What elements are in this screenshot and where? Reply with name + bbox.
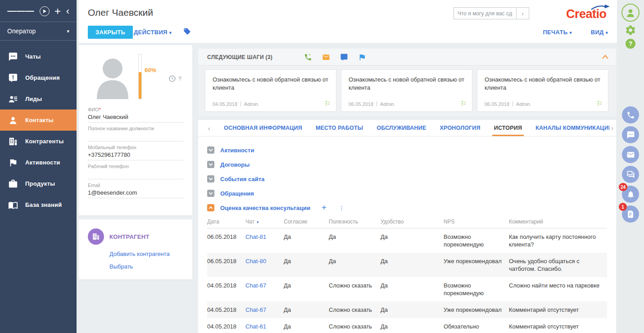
add-call-icon[interactable]	[304, 53, 312, 61]
column-header-0[interactable]: Дата	[207, 216, 245, 228]
view-dropdown[interactable]: ВИД▾	[591, 29, 608, 36]
table-row[interactable]: 04.05.2018Chat-61ДаСложно сказатьДаОбяза…	[207, 318, 607, 333]
cell-comment: Комментарий отсутствует	[509, 301, 607, 318]
tab-channels[interactable]: КАНАЛЫ КОММУНИКАЦИИ	[535, 120, 612, 136]
section-title[interactable]: Оценка качества консультации	[220, 205, 310, 211]
collapse-next-steps-icon[interactable]	[602, 54, 609, 59]
column-header-5[interactable]: NPS	[444, 216, 509, 228]
cell-convenience: Да	[381, 253, 444, 277]
table-row[interactable]: 06.05.2018Chat-81ДаДаДаВозможно порекоме…	[207, 228, 607, 253]
tab-job[interactable]: МЕСТО РАБОТЫ	[316, 120, 363, 136]
tabs-scroll-right-icon[interactable]: ›	[609, 124, 613, 132]
consultation-quality-table: ДатаЧат▾СогласиеПолезностьУдобствоNPSКом…	[207, 216, 607, 333]
flag-outline-icon[interactable]: ⚐	[461, 100, 467, 108]
search-submit-icon[interactable]: ›	[516, 8, 529, 19]
sidebar-item-contacts[interactable]: Контакты	[0, 109, 77, 131]
settings-gear-icon[interactable]	[625, 24, 636, 36]
close-button[interactable]: ЗАКРЫТЬ	[88, 26, 133, 39]
tab-service[interactable]: ОБСЛУЖИВАНИЕ	[376, 120, 426, 136]
tab-general[interactable]: ОСНОВНАЯ ИНФОРМАЦИЯ	[224, 120, 302, 136]
column-header-3[interactable]: Полезность	[329, 216, 381, 228]
next-step-text: Ознакомьтесь с новой обратной связью от …	[485, 76, 601, 92]
column-header-2[interactable]: Согласие	[284, 216, 329, 228]
sidebar-item-accounts[interactable]: Контрагенты	[0, 131, 77, 152]
field-value[interactable]: +375296177780	[88, 150, 183, 160]
expand-section-icon[interactable]	[207, 146, 214, 154]
search-input[interactable]	[454, 8, 516, 19]
rail-button-process-tasks[interactable]: 1	[622, 205, 639, 223]
column-header-1[interactable]: Чат▾	[245, 216, 284, 228]
sidebar-item-products[interactable]: Продукты	[0, 173, 77, 194]
tab-timeline[interactable]: ХРОНОЛОГИЯ	[440, 120, 480, 136]
add-message-icon[interactable]	[340, 53, 348, 61]
section-title[interactable]: Обращения	[220, 190, 254, 197]
expand-section-icon[interactable]	[207, 161, 214, 168]
tag-icon[interactable]	[183, 27, 191, 35]
column-header-4[interactable]: Удобство	[381, 216, 444, 228]
cell-chat-link[interactable]: Chat-67	[245, 277, 284, 301]
sidebar-item-leads[interactable]: Лиды	[0, 88, 77, 109]
select-account-link[interactable]: Выбрать	[109, 263, 183, 270]
sidebar-item-chats[interactable]: Чаты	[0, 46, 77, 67]
table-row[interactable]: 04.05.2018Chat-67ДаСложно сказатьДаУже п…	[207, 301, 607, 318]
section-title[interactable]: Активности	[220, 147, 254, 154]
app-root: + ‹ Оператор ▾ ЧатыОбращенияЛидыКонтакты…	[0, 0, 644, 333]
field-value[interactable]: Олег Чаевский	[88, 112, 183, 123]
expand-section-icon[interactable]	[207, 175, 214, 182]
rail-button-notifications[interactable]: 24	[622, 186, 639, 203]
add-email-icon[interactable]	[322, 53, 330, 61]
next-step-card[interactable]: Ознакомьтесь с новой обратной связью от …	[341, 69, 472, 112]
rail-button-email[interactable]	[622, 146, 639, 163]
column-header-6[interactable]: Комментарий	[509, 216, 607, 228]
profile-field-0: ФИО*Олег Чаевский	[88, 107, 183, 123]
sidebar-item-cases[interactable]: Обращения	[0, 67, 77, 88]
add-account-link[interactable]: Добавить контрагента	[109, 251, 183, 257]
section-title[interactable]: События сайта	[220, 176, 264, 182]
table-row[interactable]: 04.05.2018Chat-67ДаСложно сказатьДаВозмо…	[207, 277, 607, 301]
add-task-icon[interactable]	[358, 53, 366, 61]
cell-chat-link[interactable]: Chat-81	[245, 228, 284, 253]
next-step-card[interactable]: Ознакомьтесь с новой обратной связью от …	[205, 69, 336, 112]
notification-badge: 1	[619, 203, 627, 211]
more-options-icon[interactable]: ⋮	[339, 205, 345, 211]
header-right-controls: ПЕЧАТЬ▾ ВИД▾	[543, 29, 608, 36]
cell-nps: Уже порекомендовал	[444, 253, 509, 277]
rail-button-feed[interactable]	[622, 166, 639, 183]
collapse-sidebar-icon[interactable]: ‹	[66, 7, 69, 16]
expand-section-icon[interactable]	[207, 190, 214, 197]
rail-button-calls[interactable]	[622, 106, 639, 123]
cell-chat-link[interactable]: Chat-80	[245, 253, 284, 277]
next-step-card[interactable]: Ознакомьтесь с новой обратной связью от …	[477, 69, 608, 112]
user-avatar-icon[interactable]	[621, 4, 639, 22]
field-value[interactable]: 1@beesender.com	[88, 188, 183, 198]
cell-chat-link[interactable]: Chat-61	[245, 318, 284, 333]
section-title[interactable]: Договоры	[220, 161, 249, 168]
mail-icon	[626, 151, 635, 159]
actions-dropdown[interactable]: ДЕЙСТВИЯ▾	[134, 29, 172, 36]
field-value[interactable]	[88, 131, 183, 141]
cell-chat-link[interactable]: Chat-67	[245, 301, 284, 318]
timezone-block[interactable]: ?	[168, 75, 181, 82]
workspace-selector[interactable]: Оператор ▾	[0, 22, 77, 41]
flag-outline-icon[interactable]: ⚐	[325, 100, 331, 108]
help-icon[interactable]: ?	[626, 39, 635, 49]
tabs-scroll-left-icon[interactable]: ‹	[208, 124, 210, 132]
flag-outline-icon[interactable]: ⚐	[597, 100, 603, 108]
table-row[interactable]: 06.05.2018Chat-80ДаДаДаУже порекомендова…	[207, 253, 607, 277]
profile-fields: ФИО*Олег ЧаевскийПолное название должнос…	[88, 107, 183, 198]
sidebar-item-activities[interactable]: Активности	[0, 152, 77, 173]
sidebar-item-knowledge[interactable]: База знаний	[0, 194, 77, 215]
next-steps-panel: СЛЕДУЮЩИЕ ШАГИ (3) Ознакомьтесь с новой …	[198, 49, 616, 116]
next-step-owner: Admin	[516, 101, 530, 107]
menu-hamburger-icon[interactable]	[7, 9, 34, 14]
print-dropdown[interactable]: ПЕЧАТЬ▾	[543, 29, 571, 36]
add-record-icon[interactable]: +	[54, 7, 61, 16]
collapse-section-icon[interactable]	[207, 204, 214, 211]
field-value[interactable]	[88, 169, 183, 179]
tab-history[interactable]: ИСТОРИЯ	[494, 120, 522, 136]
rail-button-chats[interactable]	[622, 126, 639, 143]
run-process-icon[interactable]	[40, 6, 50, 16]
contact-photo-placeholder[interactable]	[95, 55, 130, 99]
add-record-icon[interactable]: +	[322, 204, 327, 211]
sidebar-item-label: Обращения	[25, 74, 60, 81]
